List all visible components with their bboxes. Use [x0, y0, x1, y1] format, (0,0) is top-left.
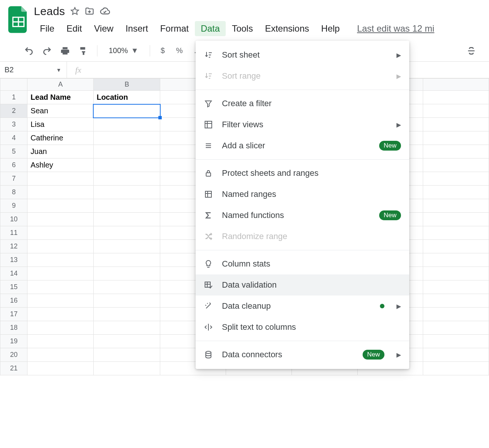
- row-header[interactable]: 11: [0, 226, 27, 240]
- paint-format-icon[interactable]: [77, 44, 90, 57]
- cell[interactable]: Location: [93, 91, 160, 104]
- row-header[interactable]: 10: [0, 213, 27, 226]
- name-box[interactable]: B2 ▼: [0, 62, 67, 78]
- new-badge: New: [379, 210, 401, 220]
- row-header[interactable]: 21: [0, 362, 27, 375]
- zoom-selector[interactable]: 100%▼: [105, 46, 142, 55]
- filter-icon: [203, 98, 214, 109]
- name-box-value: B2: [5, 66, 14, 74]
- row-header[interactable]: 14: [0, 267, 27, 280]
- menu-named-functions[interactable]: Named functions New: [196, 205, 409, 226]
- row-header[interactable]: 7: [0, 172, 27, 186]
- data-menu-dropdown: Sort sheet ▶ Sort range ▶ Create a filte…: [196, 41, 409, 369]
- database-icon: [203, 349, 214, 360]
- move-folder-icon[interactable]: [85, 6, 94, 16]
- named-ranges-icon: [203, 189, 214, 200]
- sigma-icon: [203, 210, 214, 221]
- split-icon: [203, 322, 214, 332]
- row-header[interactable]: 1: [0, 91, 27, 104]
- sort-sheet-icon: [203, 50, 214, 60]
- col-header-G[interactable]: [423, 79, 489, 91]
- menu-data-validation[interactable]: Data validation: [196, 274, 409, 296]
- menu-bar: File Edit View Insert Format Data Tools …: [34, 21, 434, 36]
- filter-views-icon: [203, 119, 214, 130]
- new-badge: New: [379, 141, 401, 151]
- format-percent-icon[interactable]: %: [173, 46, 186, 55]
- row-header[interactable]: 15: [0, 280, 27, 294]
- col-header-A[interactable]: A: [27, 79, 94, 91]
- svg-rect-1: [205, 121, 212, 128]
- app-header: Leads File Edit View Insert Format Data …: [0, 0, 489, 36]
- row-header[interactable]: 19: [0, 335, 27, 348]
- submenu-arrow-icon: ▶: [396, 121, 401, 128]
- sort-range-icon: [203, 71, 214, 81]
- menu-edit[interactable]: Edit: [61, 21, 88, 36]
- print-icon[interactable]: [59, 44, 71, 57]
- menu-format[interactable]: Format: [154, 21, 195, 36]
- menu-separator: [196, 159, 409, 160]
- menu-column-stats[interactable]: Column stats: [196, 253, 409, 274]
- menu-filter-views[interactable]: Filter views ▶: [196, 114, 409, 135]
- selected-cell[interactable]: [93, 104, 160, 118]
- menu-insert[interactable]: Insert: [120, 21, 154, 36]
- row-header[interactable]: 9: [0, 199, 27, 213]
- cell[interactable]: Ashley: [27, 158, 94, 172]
- row-header[interactable]: 5: [0, 145, 27, 158]
- cell[interactable]: Sean: [27, 104, 94, 118]
- submenu-arrow-icon: ▶: [396, 303, 401, 310]
- format-currency-icon[interactable]: $: [158, 46, 168, 55]
- last-edit-link[interactable]: Last edit was 12 mi: [357, 21, 434, 36]
- redo-icon[interactable]: [41, 44, 53, 57]
- strikethrough-icon[interactable]: [465, 44, 478, 57]
- submenu-arrow-icon: ▶: [396, 351, 401, 358]
- row-header[interactable]: 18: [0, 321, 27, 335]
- row-header[interactable]: 4: [0, 131, 27, 145]
- row-header[interactable]: 13: [0, 253, 27, 267]
- menu-add-slicer[interactable]: Add a slicer New: [196, 135, 409, 156]
- menu-sort-sheet[interactable]: Sort sheet ▶: [196, 44, 409, 66]
- document-title[interactable]: Leads: [34, 5, 65, 18]
- menu-view[interactable]: View: [88, 21, 120, 36]
- row-header[interactable]: 6: [0, 158, 27, 172]
- menu-create-filter[interactable]: Create a filter: [196, 93, 409, 114]
- menu-named-ranges[interactable]: Named ranges: [196, 184, 409, 205]
- row-header[interactable]: 20: [0, 348, 27, 362]
- svg-rect-2: [206, 173, 211, 176]
- menu-extensions[interactable]: Extensions: [259, 21, 315, 36]
- menu-separator: [196, 90, 409, 90]
- cell[interactable]: Catherine: [27, 131, 94, 145]
- menu-help[interactable]: Help: [315, 21, 346, 36]
- col-header-B[interactable]: B: [93, 79, 160, 91]
- cell[interactable]: Lisa: [27, 118, 94, 131]
- lightbulb-icon: [203, 259, 214, 269]
- cloud-status-icon[interactable]: [100, 6, 110, 17]
- menu-data-cleanup[interactable]: Data cleanup ▶: [196, 296, 409, 317]
- menu-randomize-range: Randomize range: [196, 226, 409, 247]
- cell[interactable]: Lead Name: [27, 91, 94, 104]
- sheets-logo-icon[interactable]: [8, 6, 29, 33]
- shuffle-icon: [203, 231, 214, 242]
- indicator-dot: [380, 304, 384, 308]
- lock-icon: [203, 168, 214, 178]
- svg-point-5: [206, 351, 211, 354]
- menu-sort-range: Sort range ▶: [196, 66, 409, 87]
- undo-icon[interactable]: [23, 44, 35, 57]
- star-icon[interactable]: [70, 7, 79, 16]
- row-header[interactable]: 12: [0, 240, 27, 253]
- fill-handle[interactable]: [158, 116, 162, 119]
- menu-data[interactable]: Data: [195, 21, 226, 36]
- row-header[interactable]: 16: [0, 294, 27, 308]
- menu-protect-sheets[interactable]: Protect sheets and ranges: [196, 163, 409, 184]
- menu-tools[interactable]: Tools: [226, 21, 259, 36]
- submenu-arrow-icon: ▶: [396, 73, 401, 80]
- menu-data-connectors[interactable]: Data connectors New ▶: [196, 344, 409, 365]
- row-header[interactable]: 2: [0, 104, 27, 118]
- menu-split-text[interactable]: Split text to columns: [196, 317, 409, 338]
- data-validation-icon: [203, 280, 214, 290]
- menu-file[interactable]: File: [34, 21, 61, 36]
- row-header[interactable]: 3: [0, 118, 27, 131]
- row-header[interactable]: 17: [0, 308, 27, 321]
- cell[interactable]: Juan: [27, 145, 94, 158]
- fx-icon: fx: [67, 65, 90, 75]
- row-header[interactable]: 8: [0, 186, 27, 199]
